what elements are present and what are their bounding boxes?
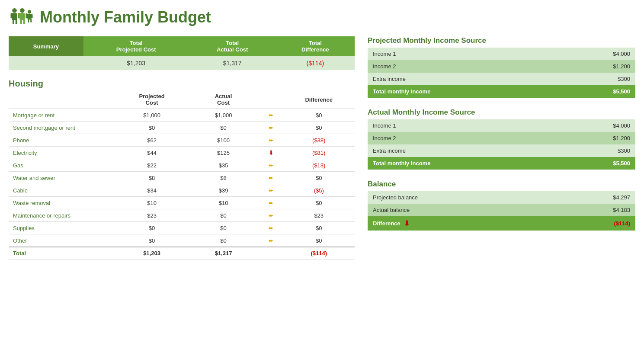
income-total-row: Total monthly income $5,500	[368, 157, 635, 170]
balance-label: Actual balance	[368, 204, 546, 216]
family-icon	[9, 4, 35, 30]
svg-rect-8	[19, 13, 21, 18]
table-row: Mortgage or rent $1,000 $1,000 ➨ $0	[9, 109, 355, 122]
row-item-label: Maintenance or repairs	[9, 209, 116, 222]
balance-row: Projected balance $4,297	[368, 191, 635, 204]
right-arrow-icon: ➨	[269, 224, 274, 231]
col-header-actual: ActualCost	[188, 90, 260, 109]
row-actual: $100	[188, 134, 260, 147]
row-projected: $22	[116, 159, 188, 172]
row-projected: $0	[116, 122, 188, 134]
actual-income-section: Actual Monthly Income Source Income 1 $4…	[368, 108, 635, 170]
row-actual: $0	[188, 222, 260, 234]
down-arrow-icon: ⬇	[269, 149, 274, 156]
income-total-label: Total monthly income	[368, 157, 558, 170]
table-row: Maintenance or repairs $23 $0 ➨ $23	[9, 209, 355, 222]
right-arrow-icon: ➨	[269, 212, 274, 219]
income-amount: $300	[558, 144, 635, 157]
table-row: Electricity $44 $125 ⬇ ($81)	[9, 147, 355, 159]
income-row: Income 2 $1,200	[368, 132, 635, 144]
row-actual: $35	[188, 159, 260, 172]
row-indicator: ➨	[259, 122, 283, 134]
row-indicator: ➨	[259, 159, 283, 172]
svg-rect-2	[11, 13, 13, 18]
row-difference: ($5)	[283, 184, 355, 197]
balance-diff-label: Difference ⬇	[368, 216, 546, 231]
income-amount: $1,200	[558, 60, 635, 73]
table-row: Second mortgage or rent $0 $0 ➨ $0	[9, 122, 355, 134]
row-indicator: ➨	[259, 172, 283, 184]
row-item-label: Mortgage or rent	[9, 109, 116, 122]
svg-rect-15	[31, 14, 33, 19]
housing-table: ProjectedCost ActualCost Difference Mort…	[9, 90, 355, 259]
row-projected: $0	[116, 234, 188, 247]
row-projected: $34	[116, 184, 188, 197]
balance-title: Balance	[368, 180, 635, 189]
projected-income-table: Income 1 $4,000 Income 2 $1,200 Extra in…	[368, 48, 635, 98]
summary-projected-value: $1,203	[83, 56, 189, 70]
summary-difference-value: ($114)	[276, 56, 355, 70]
total-label: Total	[9, 247, 116, 259]
row-item-label: Cable	[9, 184, 116, 197]
row-indicator: ➨	[259, 222, 283, 234]
row-difference: $0	[283, 234, 355, 247]
svg-point-0	[12, 8, 17, 13]
row-indicator: ➨	[259, 234, 283, 247]
right-arrow-icon: ➨	[269, 162, 274, 169]
right-arrow-icon: ➨	[269, 237, 274, 244]
row-item-label: Water and sewer	[9, 172, 116, 184]
income-row: Extra income $300	[368, 144, 635, 157]
col-header-difference: Difference	[283, 90, 355, 109]
total-indicator	[259, 247, 283, 259]
right-panel: Projected Monthly Income Source Income 1…	[368, 36, 635, 259]
balance-amount: $4,297	[546, 191, 635, 204]
row-actual: $125	[188, 147, 260, 159]
balance-section: Balance Projected balance $4,297 Actual …	[368, 180, 635, 231]
balance-amount: $4,183	[546, 204, 635, 216]
row-actual: $8	[188, 172, 260, 184]
row-item-label: Waste removal	[9, 197, 116, 209]
row-actual: $0	[188, 122, 260, 134]
summary-row-label	[9, 56, 83, 70]
row-projected: $23	[116, 209, 188, 222]
row-projected: $0	[116, 222, 188, 234]
table-row: Waste removal $10 $10 ➨ $0	[9, 197, 355, 209]
balance-row: Actual balance $4,183	[368, 204, 635, 216]
income-amount: $300	[558, 73, 635, 85]
svg-rect-13	[28, 14, 32, 20]
row-item-label: Second mortgage or rent	[9, 122, 116, 134]
row-difference: $23	[283, 209, 355, 222]
table-row: Water and sewer $8 $8 ➨ $0	[9, 172, 355, 184]
row-projected: $1,000	[116, 109, 188, 122]
income-amount: $4,000	[558, 119, 635, 132]
income-total-label: Total monthly income	[368, 85, 558, 98]
summary-table: Summary TotalProjected Cost TotalActual …	[9, 36, 355, 70]
row-difference: ($13)	[283, 159, 355, 172]
table-row: Phone $62 $100 ➨ ($38)	[9, 134, 355, 147]
right-arrow-icon: ➨	[269, 187, 274, 194]
summary-header-difference: TotalDifference	[276, 36, 355, 56]
svg-rect-11	[23, 19, 25, 24]
svg-point-12	[28, 10, 31, 13]
table-row: Supplies $0 $0 ➨ $0	[9, 222, 355, 234]
svg-rect-17	[30, 19, 32, 22]
income-amount: $4,000	[558, 48, 635, 60]
main-layout: Summary TotalProjected Cost TotalActual …	[9, 36, 635, 259]
page-header: Monthly Family Budget	[9, 4, 635, 30]
actual-income-title: Actual Monthly Income Source	[368, 108, 635, 117]
row-projected: $8	[116, 172, 188, 184]
income-row: Income 1 $4,000	[368, 119, 635, 132]
right-arrow-icon: ➨	[269, 174, 274, 181]
row-difference: ($38)	[283, 134, 355, 147]
right-arrow-icon: ➨	[269, 124, 274, 131]
row-actual: $1,000	[188, 109, 260, 122]
income-total-amount: $5,500	[558, 85, 635, 98]
income-row: Extra income $300	[368, 73, 635, 85]
balance-diff-row: Difference ⬇ ($114)	[368, 216, 635, 231]
row-actual: $39	[188, 184, 260, 197]
total-projected: $1,203	[116, 247, 188, 259]
row-difference: ($81)	[283, 147, 355, 159]
svg-rect-14	[26, 14, 28, 19]
row-indicator: ➨	[259, 109, 283, 122]
row-item-label: Other	[9, 234, 116, 247]
